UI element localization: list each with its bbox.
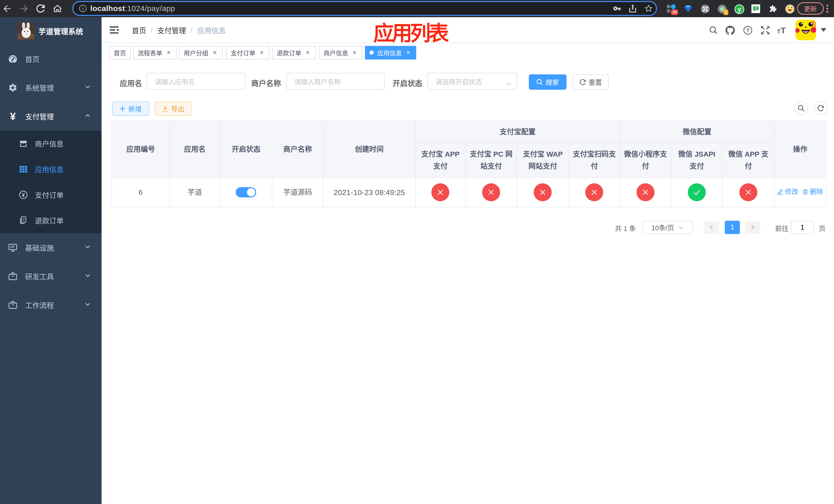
svg-text:y: y [738, 6, 741, 13]
svg-text:T: T [781, 26, 786, 35]
svg-text:T: T [777, 28, 781, 35]
svg-text:?: ? [746, 27, 749, 33]
